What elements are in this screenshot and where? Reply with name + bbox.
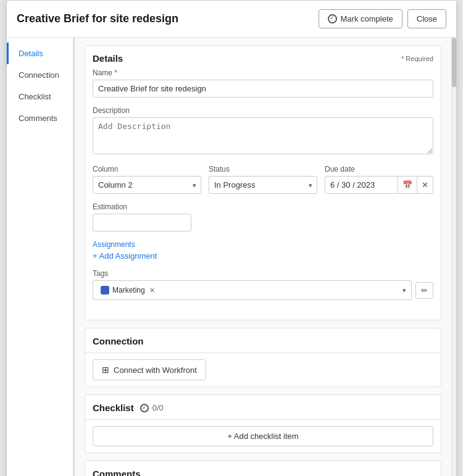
add-assignment-button[interactable]: + Add Assignment bbox=[93, 251, 157, 261]
connection-section-title: Connection bbox=[93, 336, 144, 346]
edit-tags-button[interactable]: ✏ bbox=[415, 282, 433, 299]
description-textarea[interactable] bbox=[93, 117, 433, 154]
connect-workfront-button[interactable]: ⊞ Connect with Workfront bbox=[93, 359, 206, 380]
task-modal: Creative Brief for site redesign ✓ Mark … bbox=[6, 0, 457, 476]
name-field-group: Name * bbox=[93, 69, 433, 98]
name-label: Name * bbox=[93, 69, 433, 77]
assignments-field-group: Assignments + Add Assignment bbox=[93, 240, 433, 261]
required-note: * Required bbox=[401, 55, 433, 62]
sidebar-checklist-label: Checklist bbox=[19, 92, 51, 101]
sidebar-item-connection[interactable]: Connection bbox=[7, 64, 73, 86]
column-field: Column Column 1 Column 2 Column 3 bbox=[93, 165, 201, 194]
checklist-section-header: Checklist ✓ 0/0 bbox=[85, 395, 441, 420]
sidebar-item-checklist[interactable]: Checklist bbox=[7, 86, 73, 107]
sidebar-connection-label: Connection bbox=[19, 70, 59, 80]
close-button[interactable]: Close bbox=[407, 9, 446, 28]
clear-date-button[interactable]: ✕ bbox=[417, 177, 433, 193]
add-assignment-label: + Add Assignment bbox=[93, 251, 157, 261]
due-date-value: 6 / 30 / 2023 bbox=[325, 177, 398, 193]
scrollbar-track[interactable] bbox=[451, 38, 456, 476]
checklist-section: Checklist ✓ 0/0 + Add checklist item bbox=[85, 395, 441, 453]
mark-complete-button[interactable]: ✓ Mark complete bbox=[319, 9, 403, 28]
tag-item-marketing: Marketing ✕ bbox=[98, 285, 157, 296]
details-section-title: Details bbox=[93, 53, 123, 64]
mark-complete-label: Mark complete bbox=[341, 14, 393, 23]
calendar-icon: 📅 bbox=[403, 180, 412, 190]
scrollbar-thumb[interactable] bbox=[452, 38, 456, 87]
due-date-label: Due date bbox=[325, 165, 433, 173]
sidebar-comments-label: Comments bbox=[19, 114, 57, 123]
column-select[interactable]: Column 1 Column 2 Column 3 bbox=[93, 176, 201, 194]
tags-label: Tags bbox=[93, 269, 433, 278]
due-date-field: Due date 6 / 30 / 2023 📅 ✕ bbox=[325, 165, 433, 194]
connect-label: Connect with Workfront bbox=[114, 365, 197, 375]
column-select-wrapper: Column 1 Column 2 Column 3 bbox=[93, 176, 201, 194]
estimation-label: Estimation bbox=[93, 203, 433, 211]
status-label: Status bbox=[209, 165, 317, 173]
tag-name: Marketing bbox=[112, 286, 145, 294]
workfront-icon: ⊞ bbox=[102, 365, 109, 375]
calendar-button[interactable]: 📅 bbox=[398, 177, 417, 193]
main-content: Details * Required Name * Description bbox=[75, 38, 451, 476]
details-section-header: Details * Required bbox=[85, 46, 441, 69]
name-required-star: * bbox=[114, 69, 117, 77]
sidebar-item-details[interactable]: Details bbox=[7, 43, 73, 64]
connection-section: Connection ⊞ Connect with Workfront bbox=[85, 328, 441, 387]
connection-section-header: Connection bbox=[85, 328, 441, 353]
tags-dropdown-icon[interactable]: ▾ bbox=[403, 286, 406, 294]
status-select-wrapper: Not Started In Progress Complete On Hold bbox=[209, 176, 317, 194]
header-actions: ✓ Mark complete Close bbox=[319, 9, 447, 28]
due-date-wrapper: 6 / 30 / 2023 📅 ✕ bbox=[325, 176, 433, 194]
status-select[interactable]: Not Started In Progress Complete On Hold bbox=[209, 176, 317, 194]
description-field-group: Description bbox=[93, 106, 433, 156]
tag-remove-button[interactable]: ✕ bbox=[149, 286, 155, 294]
check-circle-icon: ✓ bbox=[328, 14, 337, 23]
add-checklist-label: + Add checklist item bbox=[227, 432, 298, 441]
close-label: Close bbox=[417, 14, 437, 23]
comments-section-title: Comments bbox=[93, 469, 141, 476]
assignments-label: Assignments bbox=[93, 240, 433, 249]
estimation-input[interactable] bbox=[93, 214, 191, 232]
row-fields: Column Column 1 Column 2 Column 3 Status bbox=[93, 165, 433, 194]
description-label: Description bbox=[93, 106, 433, 115]
modal-title: Creative Brief for site redesign bbox=[17, 12, 178, 25]
sidebar-item-comments[interactable]: Comments bbox=[7, 107, 73, 129]
tags-field[interactable]: Marketing ✕ ▾ bbox=[93, 280, 412, 300]
add-checklist-button[interactable]: + Add checklist item bbox=[93, 426, 433, 446]
estimation-field-group: Estimation bbox=[93, 203, 433, 232]
status-field: Status Not Started In Progress Complete … bbox=[209, 165, 317, 194]
name-input[interactable] bbox=[93, 80, 433, 98]
sidebar: Details Connection Checklist Comments bbox=[7, 38, 75, 476]
sidebar-details-label: Details bbox=[19, 49, 43, 58]
tag-color-swatch bbox=[101, 286, 109, 294]
modal-header: Creative Brief for site redesign ✓ Mark … bbox=[7, 1, 456, 38]
tags-wrapper: Marketing ✕ ▾ ✏ bbox=[93, 280, 433, 300]
comments-section: Comments New comment bbox=[85, 461, 441, 476]
comments-section-header: Comments bbox=[85, 461, 441, 476]
checklist-check-icon: ✓ bbox=[140, 404, 149, 412]
checklist-section-title: Checklist bbox=[93, 403, 134, 413]
details-section: Details * Required Name * Description bbox=[85, 45, 441, 320]
tags-field-group: Tags Marketing ✕ ▾ ✏ bbox=[93, 269, 433, 300]
close-icon: ✕ bbox=[422, 180, 428, 190]
details-section-content: Name * Description Column bbox=[85, 69, 441, 317]
checklist-count: 0/0 bbox=[152, 403, 164, 412]
modal-body: Details Connection Checklist Comments De… bbox=[7, 38, 456, 476]
pencil-icon: ✏ bbox=[421, 286, 428, 295]
column-label: Column bbox=[93, 165, 201, 173]
